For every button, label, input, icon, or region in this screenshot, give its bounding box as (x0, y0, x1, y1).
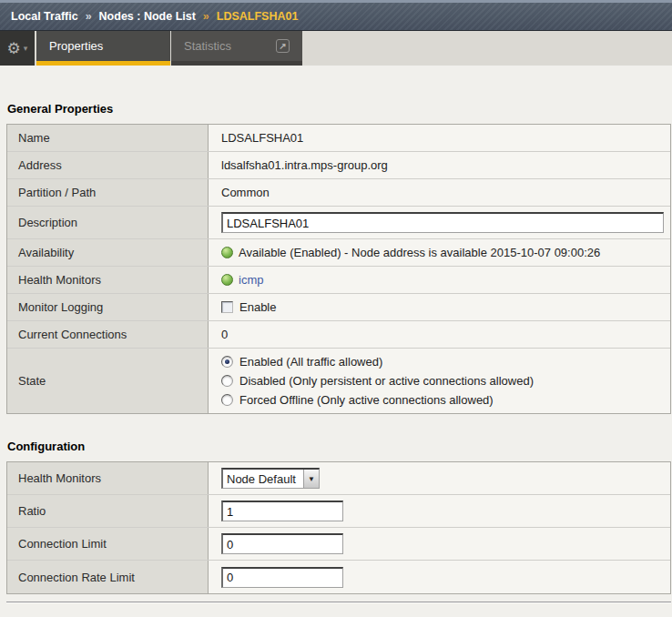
state-option-disabled-label: Disabled (Only persistent or active conn… (239, 374, 534, 388)
general-properties-table: Name LDSALFSHA01 Address ldsalfsha01.int… (6, 124, 671, 414)
name-label: Name (7, 125, 209, 151)
partition-value: Common (209, 179, 670, 206)
state-radio-enabled[interactable] (221, 356, 233, 368)
table-row-connection-limit: Connection Limit (7, 528, 670, 561)
section-title-configuration: Configuration (7, 440, 671, 453)
tab-properties-label: Properties (49, 39, 103, 53)
table-row-ratio: Ratio (7, 495, 670, 528)
tab-properties[interactable]: Properties (36, 31, 170, 66)
config-health-monitors-label: Health Monitors (7, 462, 209, 494)
gear-icon: ⚙ (7, 41, 21, 56)
state-radio-forced-offline[interactable] (221, 394, 233, 406)
monitor-logging-label: Monitor Logging (7, 294, 209, 320)
configuration-table: Health Monitors Node Default ▼ Ratio Con… (6, 461, 671, 594)
ratio-input[interactable] (221, 501, 343, 521)
breadcrumb-item-node-list[interactable]: Nodes : Node List (99, 10, 196, 23)
section-title-general-properties: General Properties (7, 102, 671, 116)
monitor-logging-checkbox-label: Enable (239, 300, 276, 314)
state-option-enabled-label: Enabled (All traffic allowed) (239, 355, 382, 369)
monitor-logging-checkbox[interactable] (221, 301, 233, 313)
select-dropdown-arrow-icon: ▼ (303, 470, 319, 488)
state-radio-disabled[interactable] (221, 375, 233, 387)
ratio-label: Ratio (7, 495, 209, 527)
availability-status-text: Available (Enabled) - Node address is av… (239, 246, 600, 259)
current-connections-value: 0 (209, 321, 670, 348)
state-label: State (7, 349, 209, 413)
table-row-monitor-logging: Monitor Logging Enable (7, 294, 670, 321)
partition-label: Partition / Path (7, 179, 209, 206)
table-row-state: State Enabled (All traffic allowed) Disa… (7, 349, 670, 413)
health-monitors-label: Health Monitors (7, 267, 209, 293)
monitor-icmp-link[interactable]: icmp (239, 273, 263, 287)
table-row-connection-rate-limit: Connection Rate Limit (7, 561, 670, 593)
breadcrumb-separator: » (203, 10, 209, 23)
table-row-health-monitors: Health Monitors icmp (7, 267, 670, 294)
connection-rate-limit-label: Connection Rate Limit (7, 561, 209, 593)
section-divider (6, 602, 671, 603)
health-monitors-select-value: Node Default (223, 470, 303, 488)
address-value: ldsalfsha01.intra.mps-group.org (209, 152, 670, 178)
breadcrumb-separator: » (86, 10, 92, 23)
tab-statistics[interactable]: Statistics ↗ (171, 31, 302, 66)
tab-statistics-label: Statistics (184, 39, 231, 53)
options-menu-button[interactable]: ⚙ ▾ (0, 31, 35, 66)
table-row-name: Name LDSALFSHA01 (7, 125, 670, 152)
table-row-availability: Availability Available (Enabled) - Node … (7, 239, 670, 267)
description-label: Description (7, 207, 209, 238)
current-connections-label: Current Connections (7, 321, 209, 348)
breadcrumb: Local Traffic » Nodes : Node List » LDSA… (0, 0, 672, 31)
status-available-icon (221, 247, 233, 258)
state-option-forced-offline-label: Forced Offline (Only active connections … (239, 393, 494, 407)
tab-bar: ⚙ ▾ Properties Statistics ↗ (0, 31, 672, 66)
table-row-description: Description (7, 207, 670, 239)
table-row-config-health-monitors: Health Monitors Node Default ▼ (7, 462, 670, 495)
monitor-status-icon (221, 274, 233, 286)
connection-limit-label: Connection Limit (7, 528, 209, 560)
connection-limit-input[interactable] (221, 533, 343, 554)
availability-label: Availability (7, 239, 209, 266)
address-label: Address (7, 152, 209, 178)
description-input[interactable] (221, 212, 664, 233)
table-row-partition: Partition / Path Common (7, 179, 670, 207)
name-value: LDSALFSHA01 (209, 125, 670, 151)
table-row-current-connections: Current Connections 0 (7, 321, 670, 349)
breadcrumb-item-local-traffic[interactable]: Local Traffic (11, 10, 78, 23)
table-row-address: Address ldsalfsha01.intra.mps-group.org (7, 152, 670, 179)
breadcrumb-current-node: LDSALFSHA01 (217, 10, 299, 23)
connection-rate-limit-input[interactable] (221, 567, 343, 588)
health-monitors-select[interactable]: Node Default ▼ (221, 468, 320, 489)
chevron-down-icon: ▾ (24, 45, 28, 53)
external-link-icon: ↗ (276, 39, 290, 53)
main-content: General Properties Name LDSALFSHA01 Addr… (0, 102, 672, 603)
